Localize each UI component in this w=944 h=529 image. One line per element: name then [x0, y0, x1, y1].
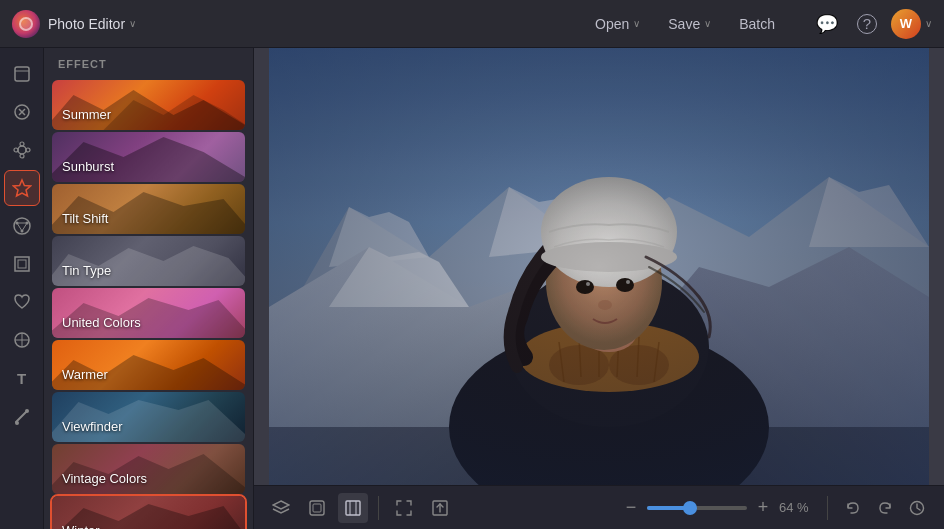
- canvas-toggle-icon: [308, 499, 326, 517]
- svg-rect-69: [313, 504, 321, 512]
- zoom-out-button[interactable]: −: [619, 496, 643, 520]
- expand-button[interactable]: [389, 493, 419, 523]
- photo-container: [269, 48, 929, 485]
- effect-unitedcolors[interactable]: United Colors: [52, 288, 245, 338]
- svg-marker-67: [273, 501, 289, 509]
- comment-icon: 💬: [816, 13, 838, 35]
- effect-tiltshift-label: Tilt Shift: [62, 211, 108, 226]
- effect-unitedcolors-label: United Colors: [62, 315, 141, 330]
- effect-sunburst-label: Sunburst: [62, 159, 114, 174]
- zoom-slider[interactable]: [647, 506, 747, 510]
- shape-icon: [12, 330, 32, 350]
- stack-icon: [12, 254, 32, 274]
- open-chevron: ∨: [633, 18, 640, 29]
- header-nav: Open ∨ Save ∨ Batch: [583, 10, 787, 38]
- app-name-button[interactable]: Photo Editor ∨: [48, 16, 136, 32]
- effect-summer-label: Summer: [62, 107, 111, 122]
- redo-button[interactable]: [870, 493, 900, 523]
- effects-list: Summer Sunburst Tilt Shift: [44, 78, 253, 529]
- svg-rect-0: [15, 67, 29, 81]
- stack-tool[interactable]: [4, 246, 40, 282]
- svg-line-16: [17, 223, 22, 231]
- mountain-svg-summer: [52, 80, 245, 130]
- batch-button[interactable]: Batch: [727, 10, 787, 38]
- zoom-controls: − + 64 %: [619, 496, 817, 520]
- zoom-slider-thumb[interactable]: [683, 501, 697, 515]
- brush-icon: [12, 406, 32, 426]
- svg-point-25: [15, 421, 19, 425]
- effect-vintagecolors-label: Vintage Colors: [62, 471, 147, 486]
- effect-winter-label: Winter: [62, 523, 100, 529]
- effect-tiltshift[interactable]: Tilt Shift: [52, 184, 245, 234]
- svg-marker-10: [13, 180, 30, 196]
- effect-winter[interactable]: Winter: [52, 496, 245, 529]
- filters-tool[interactable]: [4, 132, 40, 168]
- effects-section-label: EFFECT: [44, 48, 253, 78]
- help-button[interactable]: ?: [851, 8, 883, 40]
- adjustments-tool[interactable]: [4, 94, 40, 130]
- canvas-toggle-button[interactable]: [302, 493, 332, 523]
- zoom-minus-icon: −: [626, 497, 637, 518]
- layers-tool[interactable]: [4, 56, 40, 92]
- batch-label: Batch: [739, 16, 775, 32]
- effect-warmer[interactable]: Warmer: [52, 340, 245, 390]
- icon-bar: T: [0, 48, 44, 529]
- layers-toolbar-button[interactable]: [266, 493, 296, 523]
- canvas-area: − + 64 %: [254, 48, 944, 529]
- app-logo: [12, 10, 40, 38]
- heart-icon: [12, 292, 32, 312]
- text-tool[interactable]: T: [4, 360, 40, 396]
- user-menu[interactable]: W ∨: [891, 9, 932, 39]
- user-chevron: ∨: [925, 18, 932, 29]
- toolbar-separator-2: [827, 496, 828, 520]
- effect-vintagecolors[interactable]: Vintage Colors: [52, 444, 245, 494]
- effects-panel: EFFECT Summer Sunburst: [44, 48, 254, 529]
- zoom-in-button[interactable]: +: [751, 496, 775, 520]
- svg-line-17: [22, 223, 27, 231]
- svg-point-24: [25, 409, 29, 413]
- effect-viewfinder[interactable]: Viewfinder: [52, 392, 245, 442]
- history-button[interactable]: [902, 493, 932, 523]
- effect-tintype[interactable]: Tin Type: [52, 236, 245, 286]
- svg-rect-66: [269, 48, 929, 485]
- redo-icon: [876, 499, 894, 517]
- effect-summer[interactable]: Summer: [52, 80, 245, 130]
- save-label: Save: [668, 16, 700, 32]
- fit-to-screen-button[interactable]: [338, 493, 368, 523]
- help-icon: ?: [857, 14, 877, 34]
- svg-line-23: [16, 412, 26, 422]
- header-actions: 💬 ? W ∨: [811, 8, 932, 40]
- photo-canvas: [269, 48, 929, 485]
- bottom-toolbar: − + 64 %: [254, 485, 944, 529]
- mountain-svg-unitedcolors: [52, 288, 245, 338]
- network-tool[interactable]: [4, 208, 40, 244]
- undo-icon: [844, 499, 862, 517]
- svg-rect-70: [346, 501, 360, 515]
- adjustments-icon: [12, 102, 32, 122]
- export-icon: [431, 499, 449, 517]
- brush-tool[interactable]: [4, 398, 40, 434]
- export-button[interactable]: [425, 493, 455, 523]
- undo-redo-controls: [838, 493, 932, 523]
- mountain-svg-sunburst: [52, 132, 245, 182]
- shape-tool[interactable]: [4, 322, 40, 358]
- toolbar-separator-1: [378, 496, 379, 520]
- svg-rect-68: [310, 501, 324, 515]
- comment-button[interactable]: 💬: [811, 8, 843, 40]
- effect-sunburst[interactable]: Sunburst: [52, 132, 245, 182]
- open-button[interactable]: Open ∨: [583, 10, 652, 38]
- effects-tool[interactable]: [4, 170, 40, 206]
- mountain-svg-tiltshift: [52, 184, 245, 234]
- mountain-svg-tintype: [52, 236, 245, 286]
- canvas-content[interactable]: [254, 48, 944, 485]
- svg-rect-18: [15, 257, 29, 271]
- photo-svg: [269, 48, 929, 485]
- favorites-tool[interactable]: [4, 284, 40, 320]
- app-name-chevron: ∨: [129, 18, 136, 29]
- undo-button[interactable]: [838, 493, 868, 523]
- mountain-svg-viewfinder: [52, 392, 245, 442]
- save-button[interactable]: Save ∨: [656, 10, 723, 38]
- layers-icon: [12, 64, 32, 84]
- text-icon: T: [17, 370, 26, 387]
- app-name-label: Photo Editor: [48, 16, 125, 32]
